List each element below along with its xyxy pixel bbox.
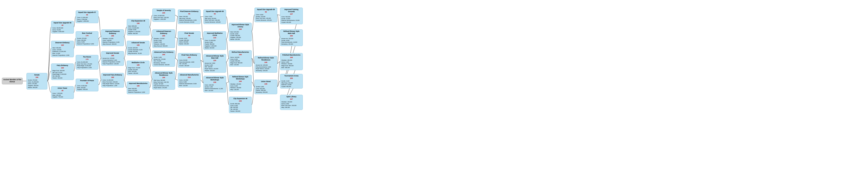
node-advanced_manufactories: Advanced Manufactories210Coins: 110,000G… — [178, 73, 200, 88]
node-squad59: Squad Size Upgrade 5955Coins: 6,500Scrol… — [254, 7, 277, 22]
node-senate: Senate150Scrolls: 370,000Coins: 41,000,0… — [27, 73, 47, 89]
node-improved_training_grounds: Improved Training Grounds247Coins: 500,0… — [280, 7, 303, 24]
node-stats-senate: Scrolls: 370,000Coins: 41,000,000Gems: 2… — [28, 79, 46, 88]
node-stats-advanced_elvmar_style: Silly Song: 185,000Elves Tree Gem: 193,7… — [154, 79, 174, 89]
node-spire_library: Spire Library247Obsidian: 135,000Gems: 8… — [280, 95, 303, 110]
node-num-meditation_circle: 185 — [128, 64, 148, 66]
node-title-dwarven_embassy: Dwarven Embassy — [53, 42, 72, 44]
node-stats-improved_senate: Arcane Ink: 215,000Cosmic Elements: 5,10… — [102, 57, 123, 65]
node-title-refined_elvmar_main_hall: Refined Elvmar Style Main Hall — [281, 30, 302, 34]
node-fountain_of_peace: Fountain of Peace20Coins: 9,400,000Meat:… — [76, 79, 98, 91]
node-title-union_street: Union Street — [256, 81, 276, 83]
node-title-refined_elvmar_residences: Refined Elvmar Style Residences — [256, 57, 276, 61]
node-stats-advanced_fairy_embassy: Scrolls: 3,400Arcane Ink: 170,000Tilk: 1… — [154, 56, 174, 66]
node-num-fountain_of_peace: 20 — [77, 82, 97, 84]
node-stats-refined_elvmar_workshops: Obsidian: 145,000Coins: 8,000Filkstone: … — [230, 83, 250, 90]
node-num-polished_manufactories: 245 — [281, 56, 302, 59]
node-num-advanced_elvmar_main_hall: 220 — [205, 59, 225, 62]
node-num-final_fairy_embassy: 425 — [179, 56, 199, 59]
node-dwarven_embassy: Dwarven Embassy160Steel: 490,000Coins: 1… — [51, 41, 74, 57]
node-title-advanced_fairy_embassy: Advanced Fairy Embassy — [154, 51, 174, 53]
node-title-advanced_elvmar_style: Advanced Elvmar Style Residences — [154, 72, 174, 76]
node-advanced_dwarven_embassy: Advanced Dwarven Embassy200Obsidian: 170… — [152, 29, 175, 48]
node-stats-advanced_senate: Scrolls: 625,000Cosmic Elements: 8,200Cr… — [128, 47, 148, 54]
node-num-city_expansion49: 235 — [230, 100, 250, 102]
node-final_fairy_embassy: Final Fairy Embassy425Coins: 60,000Fairy… — [178, 53, 200, 68]
node-num-advanced_dwarven_embassy: 200 — [154, 35, 174, 37]
node-stats-refined_elvmar_residences: Arcane Ink: 165,000Fairy Amendments: 9,4… — [256, 64, 276, 72]
node-stats-dwarven_embassy: Steel: 490,000Coins: 125,000Draftsmen: 4… — [53, 47, 72, 56]
node-advanced_elvmar_main_hall: Advanced Elvmar Style Main Hall220Arcane… — [204, 54, 226, 73]
node-stats-beer_festival: Scrolls: 670,000Coins: 209,000Gems: 3,00… — [77, 37, 97, 45]
node-stats-improved_dwarven_embassy: Obsidian: 213,000Coins: 148,000Dwarven P… — [102, 38, 123, 45]
node-stats-spire_library: Obsidian: 135,000Gems: 8,000Elves Tree G… — [281, 101, 302, 108]
node-refined_elvmar_workshops: Refined Elvmar Style Workshops245Obsidia… — [229, 75, 252, 91]
node-stats-refined_manufactories: Gems: 140,000Coins: 8,000Crystal: 300,00… — [230, 56, 250, 66]
node-num-beer_festival: 170 — [77, 35, 97, 37]
node-title-squad59: Squad Size Upgrade 59 — [256, 8, 276, 10]
node-advanced_elvmar_workshops: Advanced Elvmar Style Workshops230Coins:… — [204, 76, 226, 92]
node-title-beer_festival: Beer Festival — [77, 32, 97, 34]
node-title-improved_elvmar_armory: Improved Elvmar Style Armory — [230, 24, 250, 28]
node-final_dwarven_embassy: Final Dwarven Embassy55Steel: 180,000Sil… — [178, 9, 200, 24]
node-title-polished_manufactories: Polished Manufactories — [281, 54, 302, 56]
node-num-advanced_senate: 195 — [128, 44, 148, 47]
node-num-improved_meditation_circle: 215 — [205, 37, 225, 39]
node-title-improved_manufactories: Improved Manufactories — [128, 82, 148, 85]
node-stats-advanced_elvmar_main_hall: Arcane Ink: 5,500Scrolls: 5,400Silk: 148… — [205, 62, 225, 72]
node-stats-fountain_of_peace: Coins: 9,400,000Meat: 190,000Supplies: 3… — [77, 85, 97, 90]
node-num-improved_training_grounds: 247 — [281, 13, 302, 15]
node-title-final_dwarven_embassy: Final Dwarven Embassy — [179, 10, 199, 12]
node-polished_manufactories: Polished Manufactories245Obsidian: 280,0… — [280, 53, 303, 70]
node-stats-tournament_arena: Scrolls: 3,100Silly Song: 118,000Dwarven… — [281, 80, 302, 88]
node-num-refined_elvmar_main_hall: 260 — [281, 35, 302, 37]
node-stats-improved_training_grounds: Coins: 500,000Scrolls: 14,500Dwarven Ame… — [281, 16, 302, 23]
node-refined_manufactories: Refined Manufactories240Gems: 140,000Coi… — [229, 50, 252, 67]
node-stats-tea_house: Coins: 81,000,000Elves Tree Gem: 170,000… — [77, 61, 97, 68]
node-fairy_embassy: Fairy Embassy160Magic Dust: 325,000Silk … — [51, 63, 74, 80]
node-num-refined_manufactories: 240 — [230, 54, 250, 56]
node-improved_elvmar_armory: Improved Elvmar Style Armory240Steel: 62… — [229, 23, 252, 41]
node-improved_fairy_embassy: Improved Fairy Embassy180Coins: 41,000,0… — [101, 73, 124, 88]
node-num-improved_dwarven_embassy: 185 — [102, 35, 123, 37]
node-title-improved_training_grounds: Improved Training Grounds — [281, 8, 302, 13]
node-stats-squad57: Coins: 11,000,000Gems: 1,500,000Supplies… — [77, 17, 97, 22]
node-num-squad57: 45 — [77, 14, 97, 16]
node-stats-improved_manufactories: Steel: 940,000Gems: 670,000Dwarven Propo… — [128, 88, 148, 93]
node-num-squad59: 55 — [256, 11, 276, 13]
node-stats-final_fairy_embassy: Coins: 60,000Fairy Amendments: 2,800Tilk… — [179, 59, 199, 67]
node-title-improved_dwarven_embassy: Improved Dwarven Embassy — [102, 30, 123, 34]
node-stats-final_senate: Scrolls: 9,000Crystal: 480,000Gems: 640,… — [179, 37, 199, 45]
node-temple_serenity: Temple of Serenity230Coins: 24,000,000El… — [152, 8, 175, 22]
node-title-squad57: Squad Size Upgrade 57 — [77, 11, 97, 13]
node-num-final_senate: 55 — [179, 35, 199, 37]
node-tea_house: Tea House170Coins: 81,000,000Elves Tree … — [76, 55, 98, 69]
node-stats-union_street: Scrolls: 4,000Coins: 623,000Flasher: 580… — [256, 86, 276, 93]
node-num-advanced_fairy_embassy: 200 — [154, 54, 174, 56]
node-stats-advanced_dwarven_embassy: Obsidian: 170,000Scrolls: 9,000Crystal: … — [154, 38, 174, 47]
node-title-tea_house: Tea House — [77, 56, 97, 58]
node-improved_meditation_circle: Improved Meditation Circle215Coins: 21,0… — [204, 31, 226, 50]
node-num-union_tower: 45 — [53, 90, 72, 92]
node-union_tower: Union Tower45Coins: 7,200,000Meat: 190,0… — [51, 86, 74, 99]
node-stats-fairy_embassy: Magic Dust: 325,000Silk Leaf: 32,000Roya… — [53, 70, 72, 79]
node-advanced_elvmar_style: Advanced Elvmar Style Residences190Silly… — [152, 71, 175, 90]
main-canvas: Ancient Wonders of the ElvmarSenate150Sc… — [0, 0, 868, 195]
node-title-senate: Senate — [28, 74, 46, 76]
node-stats-improved_meditation_circle: Coins: 21,000,000Scrolls: 6,900Crystal: … — [205, 39, 225, 49]
node-num-temple_serenity: 230 — [154, 12, 174, 14]
node-stats-union_tower: Coins: 7,200,000Meat: 190,000Supplies: 7… — [53, 92, 72, 98]
node-stats-city_expansion48: Steel: 885,000Coins: 42,000,000Crystal: … — [128, 25, 148, 34]
node-num-refined_elvmar_residences: 245 — [256, 61, 276, 64]
node-stats-polished_manufactories: Obsidian: 280,000Gems: 4,000Filkstone: 1… — [281, 59, 302, 68]
node-title-advanced_dwarven_embassy: Advanced Dwarven Embassy — [154, 30, 174, 34]
node-stats-squad58: Coins: 5,300Silly Song: 105,000Elves Tre… — [205, 16, 225, 23]
node-stats-meditation_circle: Magic Dust: 170,000Crystal: 410,000Elixi… — [128, 67, 148, 74]
node-title-refined_elvmar_workshops: Refined Elvmar Style Workshops — [230, 76, 250, 80]
node-stats-squad56: Coins: 38,000,000Gems: 64,000Supplies: 3… — [53, 27, 72, 33]
node-stats-improved_fairy_embassy: Coins: 41,000,000Elves Tree Gem: 245,000… — [102, 79, 123, 87]
node-num-tea_house: 170 — [77, 58, 97, 61]
node-num-improved_manufactories: 180 — [128, 85, 148, 87]
node-stats-advanced_manufactories: Coins: 110,000Gems: 6,800Dwarven Amendme… — [179, 79, 199, 87]
node-num-tournament_arena: 255 — [281, 77, 302, 80]
